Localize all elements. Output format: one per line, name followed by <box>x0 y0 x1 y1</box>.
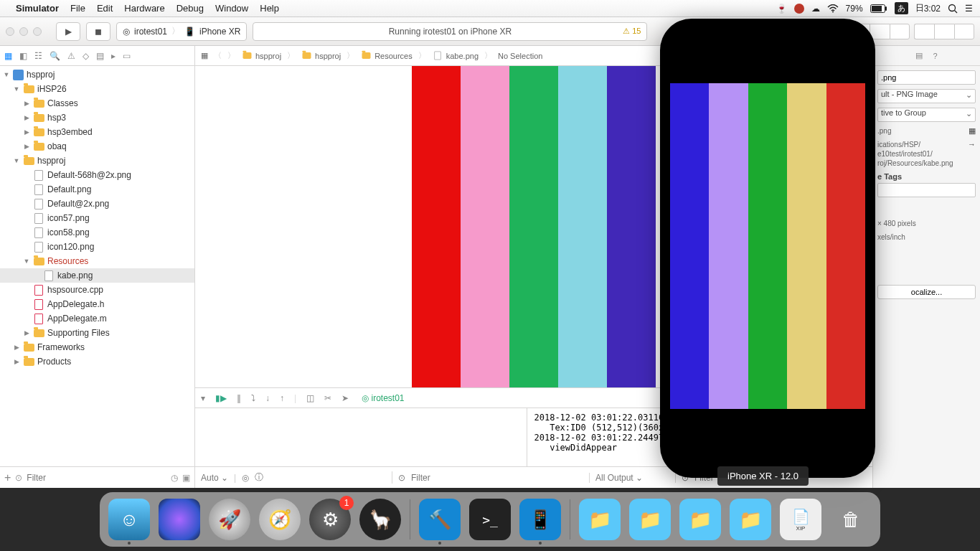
tree-folder[interactable]: ▶Classes <box>0 96 194 110</box>
wine-icon[interactable]: 🍷 <box>776 4 787 14</box>
step-into-icon[interactable]: ↓ <box>265 393 270 403</box>
tree-folder[interactable]: ▶Products <box>0 354 194 369</box>
project-tree[interactable]: ▼hspproj ▼iHSP26 ▶Classes ▶hsp3 ▶hsp3emb… <box>0 66 194 466</box>
folder-3[interactable]: 📁 <box>679 499 721 540</box>
menu-edit[interactable]: Edit <box>97 3 113 14</box>
step-out-icon[interactable]: ↑ <box>280 393 284 403</box>
scm-icon[interactable]: ▣ <box>182 473 190 483</box>
file-name-input[interactable] <box>877 70 976 85</box>
output-selector[interactable]: All Output ⌄ <box>595 473 643 483</box>
debug-navigator-icon[interactable]: ▤ <box>96 51 104 61</box>
help-inspector-icon[interactable]: ? <box>933 52 937 60</box>
step-over-icon[interactable]: ⤵ <box>251 393 255 403</box>
tree-file[interactable]: Default@2x.png <box>0 197 194 211</box>
tree-root[interactable]: ▼hspproj <box>0 67 194 82</box>
location-select[interactable]: tive to Group <box>877 108 976 122</box>
tree-file[interactable]: Default-568h@2x.png <box>0 168 194 182</box>
variables-filter-input[interactable] <box>411 473 583 483</box>
scheme-selector[interactable]: ◎ irotest01 〉 📱 iPhone XR <box>116 22 247 41</box>
tree-file[interactable]: icon120.png <box>0 240 194 254</box>
cloud-icon[interactable]: ☁ <box>811 4 820 14</box>
tree-file[interactable]: AppDelegate.h <box>0 297 194 311</box>
safari-app[interactable]: 🧭 <box>259 499 301 540</box>
battery-icon[interactable] <box>870 4 887 13</box>
tree-folder[interactable]: ▼hspproj <box>0 154 194 168</box>
view-debug-icon[interactable]: ◫ <box>306 393 314 403</box>
status-dot-icon[interactable] <box>794 4 804 14</box>
reveal-icon[interactable]: → <box>968 140 976 149</box>
finder-app[interactable]: ☺ <box>108 499 150 540</box>
simulator-window[interactable] <box>660 19 875 478</box>
tree-folder[interactable]: ▶hsp3embed <box>0 125 194 139</box>
tree-folder[interactable]: ▶Supporting Files <box>0 326 194 340</box>
breakpoints-icon[interactable]: ▮▶ <box>215 393 227 403</box>
tree-file[interactable]: hspsource.cpp <box>0 283 194 297</box>
xip-file[interactable]: 📄XIP <box>780 499 821 540</box>
report-navigator-icon[interactable]: ▭ <box>123 51 131 61</box>
symbol-navigator-icon[interactable]: ☷ <box>34 51 42 61</box>
menu-hardware[interactable]: Hardware <box>124 3 164 14</box>
trash[interactable]: 🗑 <box>830 499 872 540</box>
source-control-icon[interactable]: ◧ <box>19 51 27 61</box>
simulator-screen[interactable] <box>670 29 865 468</box>
settings-app[interactable]: ⚙1 <box>309 499 351 540</box>
menu-debug[interactable]: Debug <box>176 3 204 14</box>
clock[interactable]: 日 3:02 <box>915 2 941 14</box>
tags-input[interactable] <box>877 183 976 197</box>
tree-file[interactable]: AppDelegate.m <box>0 311 194 326</box>
tree-file[interactable]: icon58.png <box>0 225 194 240</box>
back-icon[interactable]: 〈 <box>214 50 222 61</box>
tree-folder-resources[interactable]: ▼Resources <box>0 254 194 268</box>
xcode-app[interactable]: 🔨 <box>419 499 461 540</box>
breakpoint-navigator-icon[interactable]: ▸ <box>111 51 116 61</box>
tree-folder[interactable]: ▶Frameworks <box>0 340 194 354</box>
run-button[interactable]: ▶ <box>56 22 80 41</box>
inspector-tabs[interactable]: ▤ ? <box>873 46 980 66</box>
navigator-filter-input[interactable] <box>27 473 166 483</box>
folder-1[interactable]: 📁 <box>579 499 621 540</box>
input-method[interactable]: あ <box>895 2 908 14</box>
tree-file-selected[interactable]: kabe.png <box>0 268 194 283</box>
menu-window[interactable]: Window <box>215 3 248 14</box>
menu-extras-icon[interactable]: ☰ <box>965 4 973 14</box>
issue-navigator-icon[interactable]: ⚠ <box>67 51 75 61</box>
stop-button[interactable]: ◼ <box>86 22 110 41</box>
tree-file[interactable]: Default.png <box>0 182 194 197</box>
find-navigator-icon[interactable]: 🔍 <box>50 51 60 61</box>
recent-icon[interactable]: ◷ <box>171 473 178 483</box>
auto-selector[interactable]: Auto ⌄ <box>201 473 228 483</box>
menu-file[interactable]: File <box>70 3 85 14</box>
siri-app[interactable] <box>159 499 200 540</box>
location-icon[interactable]: ➤ <box>341 393 349 403</box>
tree-file[interactable]: icon57.png <box>0 211 194 225</box>
variables-view[interactable] <box>195 408 527 466</box>
file-type-select[interactable]: ult - PNG Image <box>877 89 976 103</box>
project-navigator-icon[interactable]: ▦ <box>4 51 12 61</box>
panel-toggle-group[interactable] <box>914 24 974 39</box>
menubar-app[interactable]: Simulator <box>16 3 59 14</box>
pause-icon[interactable]: ‖ <box>237 393 241 403</box>
debug-target[interactable]: ◎ irotest01 <box>362 393 404 403</box>
add-button[interactable]: + <box>4 471 11 484</box>
eye-icon[interactable]: ◎ <box>242 473 249 483</box>
tree-folder[interactable]: ▶hsp3 <box>0 110 194 125</box>
memory-graph-icon[interactable]: ✂ <box>324 393 331 403</box>
warning-badge[interactable]: ⚠ 15 <box>623 27 641 36</box>
info-icon[interactable]: ⓘ <box>255 471 263 484</box>
folder-2[interactable]: 📁 <box>629 499 671 540</box>
hide-debug-icon[interactable]: ▾ <box>201 393 205 403</box>
tree-folder[interactable]: ▼iHSP26 <box>0 82 194 96</box>
navigator-tabs[interactable]: ▦ ◧ ☷ 🔍 ⚠ ◇ ▤ ▸ ▭ <box>0 46 194 66</box>
folder-picker-icon[interactable]: ▦ <box>969 126 976 136</box>
file-inspector-icon[interactable]: ▤ <box>915 51 923 60</box>
wifi-icon[interactable] <box>827 4 839 13</box>
window-controls[interactable] <box>6 27 42 36</box>
menu-help[interactable]: Help <box>260 3 279 14</box>
launchpad-app[interactable]: 🚀 <box>209 499 250 540</box>
terminal-app[interactable]: >_ <box>469 499 511 540</box>
localize-button[interactable]: ocalize... <box>877 285 976 299</box>
simulator-app[interactable]: 📱 <box>519 499 561 540</box>
spotlight-icon[interactable] <box>948 4 958 14</box>
tree-folder[interactable]: ▶obaq <box>0 139 194 154</box>
test-navigator-icon[interactable]: ◇ <box>83 51 89 61</box>
